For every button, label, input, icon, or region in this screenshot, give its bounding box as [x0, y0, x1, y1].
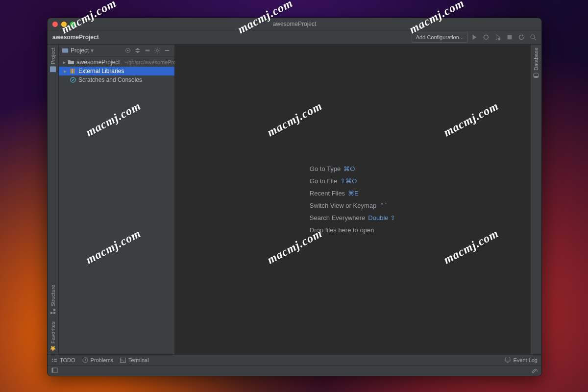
database-tool-tab[interactable]: Database — [533, 48, 539, 78]
left-tool-rail: Project Structure Favorites — [48, 45, 59, 354]
project-rail-icon — [50, 66, 56, 72]
editor-hint: Go to Type⌘O — [310, 165, 395, 172]
todo-icon — [51, 357, 57, 363]
right-tool-rail: Database — [530, 45, 541, 354]
tree-row[interactable]: ▸External Libraries — [59, 67, 174, 75]
stop-icon[interactable] — [504, 32, 515, 43]
close-button[interactable] — [52, 22, 58, 27]
desktop-background: awesomeProject awesomeProject Add Config… — [0, 0, 588, 392]
libraries-icon — [70, 68, 76, 74]
project-tool-label: Project — [50, 48, 56, 64]
svg-point-1 — [498, 38, 500, 40]
tree-item-label: awesomeProject — [76, 59, 120, 66]
chevron-right-icon: ▸ — [63, 59, 66, 66]
favorites-tool-label: Favorites — [50, 321, 56, 343]
editor-area[interactable]: Go to Type⌘OGo to File⇧⌘ORecent Files⌘ES… — [175, 45, 530, 354]
ide-settings-icon[interactable] — [531, 367, 538, 375]
hint-text: Drop files here to open — [310, 226, 374, 234]
hint-shortcut: ⌘O — [343, 165, 355, 172]
bottom-tool-bar: TODO Problems Terminal Event Log — [48, 354, 541, 366]
hint-shortcut: Double ⇧ — [368, 214, 395, 221]
update-project-icon[interactable] — [516, 32, 527, 43]
collapse-all-icon[interactable] — [143, 46, 152, 55]
structure-tool-tab[interactable]: Structure — [50, 285, 56, 315]
svg-rect-13 — [72, 69, 73, 74]
project-view-icon — [62, 47, 69, 54]
maximize-button[interactable] — [70, 22, 75, 27]
window-title: awesomeProject — [48, 21, 541, 27]
terminal-icon — [120, 357, 126, 363]
svg-rect-12 — [71, 69, 72, 74]
add-configuration-button[interactable]: Add Configuration... — [412, 32, 468, 43]
tree-row[interactable]: ▸awesomeProject~/go/src/awesomeProject — [59, 58, 174, 67]
terminal-label: Terminal — [128, 357, 149, 363]
favorites-tool-tab[interactable]: Favorites — [50, 321, 56, 351]
problems-tool-tab[interactable]: Problems — [82, 357, 113, 363]
tree-item-label: External Libraries — [78, 68, 124, 74]
project-panel-header: Project ▾ — [59, 45, 174, 57]
svg-point-3 — [531, 35, 535, 39]
locate-file-icon[interactable] — [123, 46, 132, 55]
svg-rect-18 — [121, 358, 126, 363]
editor-hint: Go to File⇧⌘O — [310, 177, 395, 185]
svg-point-11 — [156, 49, 158, 51]
hint-text: Go to File — [310, 177, 337, 185]
problems-label: Problems — [91, 357, 113, 363]
editor-hint: Recent Files⌘E — [310, 190, 395, 197]
editor-hint: Search EverywhereDouble ⇧ — [310, 214, 395, 221]
terminal-tool-tab[interactable]: Terminal — [120, 357, 149, 363]
hint-text: Search Everywhere — [310, 214, 365, 221]
project-tool-tab[interactable]: Project — [50, 48, 56, 72]
run-with-coverage-icon[interactable] — [492, 32, 503, 43]
project-panel: Project ▾ ▸awesomeProject~/go/src/awesom… — [59, 45, 175, 354]
breadcrumb[interactable]: awesomeProject — [50, 34, 99, 41]
tree-item-label: Scratches and Consoles — [78, 76, 142, 83]
hint-text: Recent Files — [310, 190, 345, 197]
status-bar — [48, 366, 541, 376]
hint-text: Go to Type — [310, 165, 341, 172]
scratch-icon — [70, 76, 76, 83]
folder-icon — [68, 59, 74, 66]
svg-rect-5 — [53, 312, 55, 314]
svg-rect-4 — [50, 66, 56, 72]
chevron-down-icon: ▾ — [91, 47, 94, 54]
hint-shortcut: ⌃` — [379, 202, 387, 209]
structure-rail-icon — [50, 309, 56, 315]
svg-rect-8 — [62, 49, 68, 53]
svg-rect-6 — [50, 312, 52, 314]
ide-body: Project Structure Favorites — [48, 45, 541, 354]
minimize-button[interactable] — [61, 22, 67, 27]
event-log-tool-tab[interactable]: Event Log — [505, 357, 538, 363]
titlebar: awesomeProject — [48, 18, 541, 30]
svg-rect-2 — [508, 35, 512, 40]
run-icon[interactable] — [469, 32, 480, 43]
event-log-icon — [505, 357, 511, 363]
database-tool-label: Database — [533, 48, 539, 71]
event-log-label: Event Log — [513, 357, 538, 363]
debug-icon[interactable] — [481, 32, 491, 43]
project-tree[interactable]: ▸awesomeProject~/go/src/awesomeProject▸E… — [59, 57, 174, 354]
editor-hint: Drop files here to open — [310, 226, 395, 234]
database-rail-icon — [533, 73, 539, 78]
svg-rect-20 — [52, 368, 53, 372]
hint-shortcut: ⇧⌘O — [340, 177, 357, 185]
todo-label: TODO — [60, 357, 75, 363]
project-panel-title: Project — [71, 47, 89, 54]
svg-point-16 — [534, 76, 539, 78]
svg-point-10 — [127, 50, 129, 51]
problems-icon — [82, 357, 88, 363]
tree-row[interactable]: Scratches and Consoles — [59, 75, 174, 84]
hide-panel-icon[interactable] — [163, 46, 172, 55]
project-panel-title-group[interactable]: Project ▾ — [62, 47, 94, 54]
tool-windows-toggle-icon[interactable] — [51, 367, 58, 375]
ide-window: awesomeProject awesomeProject Add Config… — [47, 18, 542, 376]
todo-tool-tab[interactable]: TODO — [51, 357, 75, 363]
search-icon[interactable] — [528, 32, 539, 43]
editor-hints: Go to Type⌘OGo to File⇧⌘ORecent Files⌘ES… — [310, 165, 395, 234]
expand-all-icon[interactable] — [133, 46, 142, 55]
panel-settings-icon[interactable] — [153, 46, 162, 55]
hint-shortcut: ⌘E — [348, 190, 359, 197]
svg-rect-7 — [53, 309, 55, 311]
svg-rect-14 — [74, 69, 74, 74]
nav-toolbar: awesomeProject Add Configuration... — [48, 30, 541, 45]
